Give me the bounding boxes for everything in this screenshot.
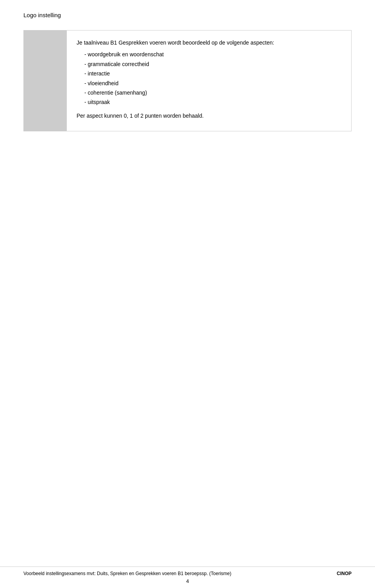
content-area: Je taalniveau B1 Gesprekken voeren wordt…	[67, 30, 351, 131]
footer-brand: CINOP	[337, 571, 352, 576]
list-item: coherentie (samenhang)	[84, 88, 341, 97]
logo-placeholder	[24, 30, 67, 131]
list-item: uitspraak	[84, 98, 341, 106]
footer-left-text: Voorbeeld instellingsexamens mvt: Duits,…	[23, 571, 231, 576]
list-item: vloeiendheid	[84, 79, 341, 88]
page-number-container: 4	[0, 578, 375, 584]
footer-section: Voorbeeld instellingsexamens mvt: Duits,…	[0, 566, 375, 576]
scoring-note: Per aspect kunnen 0, 1 of 2 punten worde…	[77, 111, 341, 120]
list-item: woordgebruik en woordenschat	[84, 50, 341, 59]
page-number: 4	[186, 578, 189, 584]
intro-text: Je taalniveau B1 Gesprekken voeren wordt…	[77, 38, 341, 47]
list-item: interactie	[84, 69, 341, 78]
list-item: grammaticale correctheid	[84, 60, 341, 68]
header-section: Logo instelling	[23, 12, 352, 18]
main-content-box: Je taalniveau B1 Gesprekken voeren wordt…	[23, 30, 352, 131]
logo-title: Logo instelling	[23, 12, 61, 18]
page-container: Logo instelling Je taalniveau B1 Gesprek…	[0, 0, 375, 588]
aspects-list: woordgebruik en woordenschat grammatical…	[84, 50, 341, 106]
